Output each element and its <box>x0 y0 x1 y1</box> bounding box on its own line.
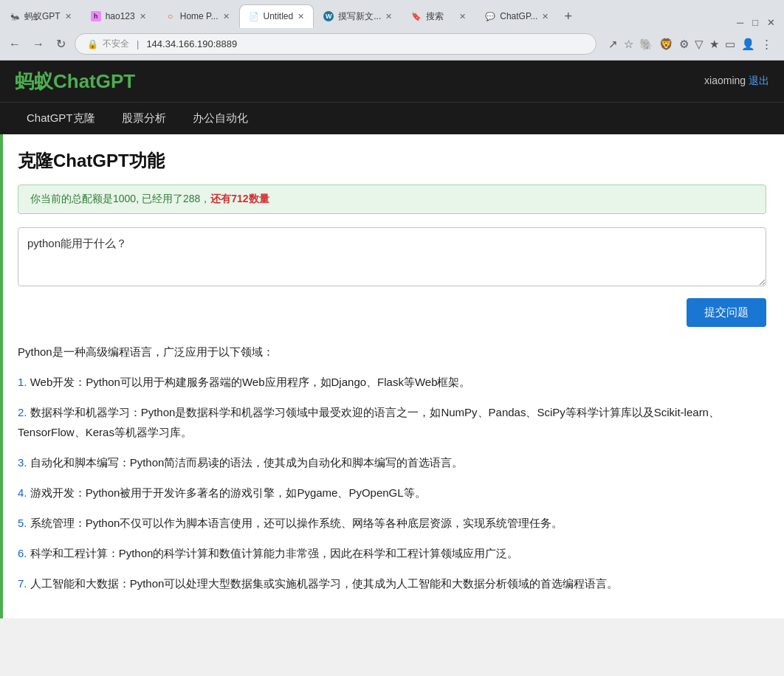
answer-item-7: 7. 人工智能和大数据：Python可以处理大型数据集或实施机器学习，使其成为人… <box>18 573 766 593</box>
logout-link[interactable]: 退出 <box>749 75 769 86</box>
tab-wordpress[interactable]: W 摸写新文... ✕ <box>314 4 402 28</box>
tab-untitled[interactable]: 📄 Untitled ✕ <box>239 4 314 28</box>
tab-search[interactable]: 🔖 搜索 ✕ <box>402 4 475 28</box>
item-num-2: 2. <box>18 406 30 418</box>
app-nav: ChatGPT克隆 股票分析 办公自动化 <box>0 102 784 134</box>
tab-favicon-6: 🔖 <box>411 11 422 21</box>
page-content: 克隆ChatGPT功能 你当前的总配额是1000, 已经用了288，还有712数… <box>0 134 784 618</box>
item-text-3: 自动化和脚本编写：Python简洁而易读的语法，使其成为自动化和脚本编写的首选语… <box>30 456 464 469</box>
address-text: 144.34.166.190:8889 <box>146 38 237 49</box>
answer-intro: Python是一种高级编程语言，广泛应用于以下领域： <box>18 342 766 362</box>
answer-item-6: 6. 科学和工程计算：Python的科学计算和数值计算能力非常强，因此在科学和工… <box>18 543 766 563</box>
item-text-5: 系统管理：Python不仅可以作为脚本语言使用，还可以操作系统、网络等各种底层资… <box>30 517 563 529</box>
tab-bar: 🐜 蚂蚁GPT ✕ h hao123 ✕ ○ Home P... ✕ 📄 Unt… <box>0 4 578 28</box>
tab-hao123[interactable]: h hao123 ✕ <box>81 4 156 28</box>
toolbar-icons: ↗ ☆ 🐘 🦁 ⚙ ▽ ★ ▭ 👤 ⋮ <box>602 38 778 51</box>
item-num-7: 7. <box>18 577 30 590</box>
address-bar: ← → ↻ 🔒 不安全 | 144.34.166.190:8889 ↗ ☆ 🐘 … <box>0 28 784 61</box>
tab-favicon-4: 📄 <box>249 11 259 21</box>
tab-favicon-2: h <box>91 11 101 21</box>
security-icon: 🔒 <box>87 39 98 49</box>
item-num-3: 3. <box>18 456 30 469</box>
item-text-4: 游戏开发：Python被用于开发许多著名的游戏引擎，如Pygame、PyOpen… <box>30 486 426 499</box>
bookmark-icon[interactable]: ☆ <box>624 38 633 51</box>
item-num-1: 1. <box>18 376 30 388</box>
item-text-2: 数据科学和机器学习：Python是数据科学和机器学习领域中最受欢迎的语言之一，如… <box>18 406 720 438</box>
tab-close-1[interactable]: ✕ <box>65 12 72 21</box>
tab-close-6[interactable]: ✕ <box>459 12 466 21</box>
quota-prefix: 你当前的总配额是1000, 已经用了288， <box>30 193 210 204</box>
user-area: xiaoming 退出 <box>704 75 769 88</box>
quota-banner: 你当前的总配额是1000, 已经用了288，还有712数量 <box>18 184 766 214</box>
back-button[interactable]: ← <box>6 35 24 54</box>
ext-icon-4[interactable]: ★ <box>709 38 719 51</box>
share-icon[interactable]: ↗ <box>608 38 618 51</box>
nav-stock-analysis[interactable]: 股票分析 <box>110 103 178 134</box>
security-label: 不安全 <box>103 38 129 50</box>
answer-section: Python是一种高级编程语言，广泛应用于以下领域： 1. Web开发：Pyth… <box>18 342 766 593</box>
tab-favicon-3: ○ <box>165 11 176 21</box>
tab-chatgp[interactable]: 💬 ChatGP... ✕ <box>475 4 558 28</box>
tab-label-4: Untitled <box>264 11 294 21</box>
ext-icon-2[interactable]: ⚙ <box>679 38 689 51</box>
quota-highlight: 还有712数量 <box>210 193 269 204</box>
nav-office-automation[interactable]: 办公自动化 <box>181 103 260 134</box>
tab-antgpt[interactable]: 🐜 蚂蚁GPT ✕ <box>0 4 81 28</box>
left-accent-bar <box>0 134 3 618</box>
profile-icon[interactable]: 👤 <box>741 38 755 51</box>
tab-close-3[interactable]: ✕ <box>223 12 230 21</box>
answer-item-5: 5. 系统管理：Python不仅可以作为脚本语言使用，还可以操作系统、网络等各种… <box>18 513 766 533</box>
tab-label-1: 蚂蚁GPT <box>24 10 61 23</box>
item-num-5: 5. <box>18 517 30 529</box>
sidebar-icon[interactable]: ▭ <box>725 38 735 51</box>
item-text-7: 人工智能和大数据：Python可以处理大型数据集或实施机器学习，使其成为人工智能… <box>30 577 619 590</box>
item-text-6: 科学和工程计算：Python的科学计算和数值计算能力非常强，因此在科学和工程计算… <box>30 547 519 559</box>
app-header: 蚂蚁ChatGPT xiaoming 退出 <box>0 61 784 102</box>
tab-close-2[interactable]: ✕ <box>140 12 146 21</box>
tab-label-6: 搜索 <box>426 10 455 23</box>
menu-icon[interactable]: ⋮ <box>761 38 772 51</box>
tab-favicon-1: 🐜 <box>10 11 20 21</box>
close-window-button[interactable]: ✕ <box>767 17 775 28</box>
tab-close-4[interactable]: ✕ <box>298 12 304 21</box>
window-controls: ─ □ ✕ <box>737 11 784 28</box>
tab-label-3: Home P... <box>180 11 219 21</box>
reload-button[interactable]: ↻ <box>53 34 69 54</box>
tab-favicon-7: 💬 <box>485 11 495 21</box>
submit-button[interactable]: 提交问题 <box>687 298 766 327</box>
tab-label-2: hao123 <box>106 11 135 21</box>
page-title: 克隆ChatGPT功能 <box>18 149 766 173</box>
new-tab-button[interactable]: + <box>558 4 578 28</box>
nav-chatgpt-clone[interactable]: ChatGPT克隆 <box>15 103 107 134</box>
question-input[interactable] <box>18 227 766 286</box>
maximize-button[interactable]: □ <box>752 17 758 28</box>
submit-row: 提交问题 <box>18 298 766 327</box>
forward-button[interactable]: → <box>30 35 47 54</box>
tab-favicon-5: W <box>323 11 334 21</box>
answer-item-4: 4. 游戏开发：Python被用于开发许多著名的游戏引擎，如Pygame、PyO… <box>18 483 766 503</box>
tab-label-5: 摸写新文... <box>338 10 381 23</box>
item-num-6: 6. <box>18 547 30 559</box>
app-logo: 蚂蚁ChatGPT <box>15 69 135 94</box>
minimize-button[interactable]: ─ <box>737 17 743 28</box>
ext-icon-1[interactable]: 🦁 <box>659 38 673 51</box>
tab-close-5[interactable]: ✕ <box>385 12 392 21</box>
evernote-icon[interactable]: 🐘 <box>639 38 653 51</box>
username: xiaoming <box>704 75 746 86</box>
item-num-4: 4. <box>18 486 30 499</box>
tab-close-7[interactable]: ✕ <box>542 12 549 21</box>
browser-chrome: 🐜 蚂蚁GPT ✕ h hao123 ✕ ○ Home P... ✕ 📄 Unt… <box>0 0 784 618</box>
logo-text: 蚂蚁ChatGPT <box>15 70 135 92</box>
item-text-1: Web开发：Python可以用于构建服务器端的Web应用程序，如Django、F… <box>30 376 471 388</box>
tab-label-7: ChatGP... <box>500 11 537 21</box>
address-input[interactable]: 🔒 不安全 | 144.34.166.190:8889 <box>75 33 596 55</box>
ext-icon-3[interactable]: ▽ <box>695 38 704 51</box>
answer-item-1: 1. Web开发：Python可以用于构建服务器端的Web应用程序，如Djang… <box>18 372 766 392</box>
answer-item-3: 3. 自动化和脚本编写：Python简洁而易读的语法，使其成为自动化和脚本编写的… <box>18 452 766 472</box>
answer-item-2: 2. 数据科学和机器学习：Python是数据科学和机器学习领域中最受欢迎的语言之… <box>18 402 766 442</box>
tab-home[interactable]: ○ Home P... ✕ <box>156 4 239 28</box>
